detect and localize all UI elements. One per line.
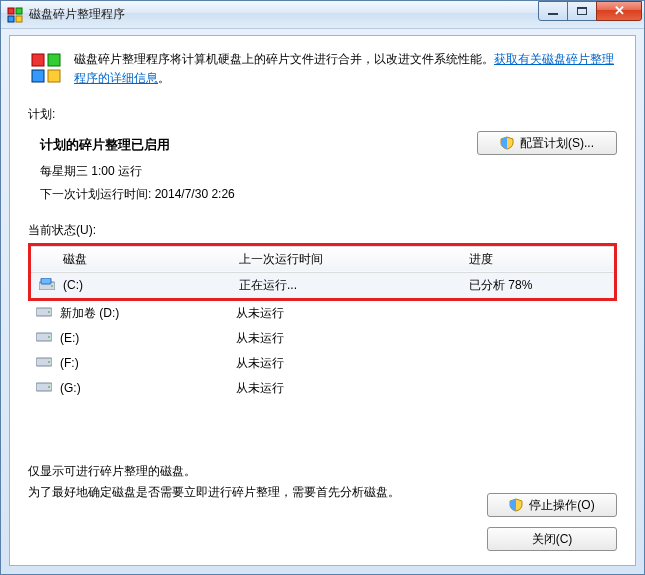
svg-rect-2 — [8, 16, 14, 22]
plan-section-label: 计划: — [28, 106, 617, 123]
disk-name: (G:) — [52, 376, 228, 401]
disk-list: 磁盘上一次运行时间进度(C:)正在运行...已分析 78%新加卷 (D:)从未运… — [28, 243, 617, 401]
configure-schedule-label: 配置计划(S)... — [520, 135, 594, 152]
table-row[interactable]: 新加卷 (D:)从未运行 — [28, 301, 617, 326]
defrag-large-icon — [28, 50, 64, 86]
disk-progress: 已分析 78% — [461, 272, 614, 298]
plan-next-run: 下一次计划运行时间: 2014/7/30 2:26 — [40, 183, 477, 206]
disk-name: 新加卷 (D:) — [52, 301, 228, 326]
shield-icon — [509, 498, 523, 512]
plan-heading: 计划的碎片整理已启用 — [40, 133, 477, 158]
stop-button-label: 停止操作(O) — [529, 497, 594, 514]
client-area: 磁盘碎片整理程序将计算机硬盘上的碎片文件进行合并，以改进文件系统性能。获取有关磁… — [9, 35, 636, 566]
svg-point-14 — [48, 336, 50, 338]
svg-point-16 — [48, 361, 50, 363]
close-window-button[interactable]: ✕ — [596, 1, 642, 21]
drive-icon — [31, 272, 55, 298]
defrag-app-icon — [7, 7, 23, 23]
svg-rect-3 — [16, 16, 22, 22]
status-section-label: 当前状态(U): — [28, 222, 617, 239]
drive-icon — [28, 351, 52, 376]
disk-name: (E:) — [52, 326, 228, 351]
plan-text: 计划的碎片整理已启用 每星期三 1:00 运行 下一次计划运行时间: 2014/… — [28, 131, 477, 205]
window-controls: ✕ — [539, 1, 642, 21]
disk-last-run: 从未运行 — [228, 376, 458, 401]
intro-after: 。 — [158, 71, 170, 85]
svg-rect-4 — [32, 54, 44, 66]
svg-rect-6 — [32, 70, 44, 82]
col-last-run[interactable]: 上一次运行时间 — [231, 246, 461, 272]
close-dialog-button[interactable]: 关闭(C) — [487, 527, 617, 551]
drive-icon — [28, 326, 52, 351]
plan-row: 计划的碎片整理已启用 每星期三 1:00 运行 下一次计划运行时间: 2014/… — [28, 131, 617, 205]
footer-buttons: 停止操作(O) 关闭(C) — [487, 493, 617, 551]
svg-point-10 — [51, 285, 53, 287]
disk-name: (F:) — [52, 351, 228, 376]
disk-last-run: 从未运行 — [228, 301, 458, 326]
configure-schedule-button[interactable]: 配置计划(S)... — [477, 131, 617, 155]
minimize-button[interactable] — [538, 1, 568, 21]
disk-table-highlight: 磁盘上一次运行时间进度(C:)正在运行...已分析 78% — [31, 246, 614, 298]
disk-last-run: 正在运行... — [231, 272, 461, 298]
intro-text: 磁盘碎片整理程序将计算机硬盘上的碎片文件进行合并，以改进文件系统性能。获取有关磁… — [74, 50, 617, 88]
plan-schedule: 每星期三 1:00 运行 — [40, 160, 477, 183]
svg-rect-1 — [16, 8, 22, 14]
disk-last-run: 从未运行 — [228, 351, 458, 376]
close-dialog-label: 关闭(C) — [532, 531, 573, 548]
svg-point-12 — [48, 311, 50, 313]
disk-last-run: 从未运行 — [228, 326, 458, 351]
titlebar[interactable]: 磁盘碎片整理程序 ✕ — [1, 1, 644, 29]
svg-rect-7 — [48, 70, 60, 82]
disk-progress — [458, 376, 617, 401]
disk-progress — [458, 326, 617, 351]
drive-icon — [28, 301, 52, 326]
table-row[interactable]: (E:)从未运行 — [28, 326, 617, 351]
drive-icon — [28, 376, 52, 401]
disk-progress — [458, 301, 617, 326]
note-line-1: 仅显示可进行碎片整理的磁盘。 — [28, 461, 617, 483]
table-row[interactable]: (C:)正在运行...已分析 78% — [31, 272, 614, 298]
col-disk[interactable]: 磁盘 — [55, 246, 231, 272]
table-row[interactable]: (F:)从未运行 — [28, 351, 617, 376]
status-section-text: 当前状态(U): — [28, 223, 96, 237]
disk-progress — [458, 351, 617, 376]
svg-rect-5 — [48, 54, 60, 66]
stop-button[interactable]: 停止操作(O) — [487, 493, 617, 517]
maximize-button[interactable] — [567, 1, 597, 21]
disk-defrag-window: 磁盘碎片整理程序 ✕ 磁盘碎片整理程序将计算机硬盘上的碎片文件进行合并，以改进 — [0, 0, 645, 575]
shield-icon — [500, 136, 514, 150]
svg-rect-0 — [8, 8, 14, 14]
table-row[interactable]: (G:)从未运行 — [28, 376, 617, 401]
svg-rect-9 — [41, 278, 51, 284]
window-title: 磁盘碎片整理程序 — [29, 6, 539, 23]
highlight-box: 磁盘上一次运行时间进度(C:)正在运行...已分析 78% — [28, 243, 617, 301]
col-progress[interactable]: 进度 — [461, 246, 614, 272]
intro-row: 磁盘碎片整理程序将计算机硬盘上的碎片文件进行合并，以改进文件系统性能。获取有关磁… — [28, 50, 617, 88]
disk-table-rest: 新加卷 (D:)从未运行(E:)从未运行(F:)从未运行(G:)从未运行 — [28, 301, 617, 401]
svg-point-18 — [48, 386, 50, 388]
intro-plain: 磁盘碎片整理程序将计算机硬盘上的碎片文件进行合并，以改进文件系统性能。 — [74, 52, 494, 66]
disk-name: (C:) — [55, 272, 231, 298]
